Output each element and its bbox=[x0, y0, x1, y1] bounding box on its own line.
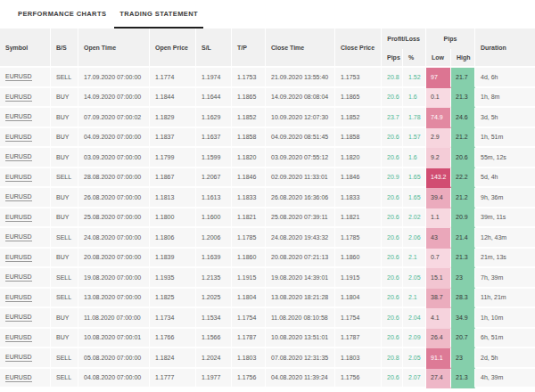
sl-cell: 1.2024 bbox=[196, 348, 232, 369]
close-price-cell: 1.1846 bbox=[335, 168, 382, 189]
sl-cell: 1.2006 bbox=[196, 228, 232, 249]
open-time-cell: 13.08.2020 07:00:00 bbox=[78, 289, 150, 309]
col-header-close-price: Close Price bbox=[335, 29, 382, 68]
open-time-cell: 25.08.2020 07:00:00 bbox=[78, 208, 150, 229]
tp-cell: 1.1860 bbox=[232, 249, 266, 269]
sl-cell: 1.1534 bbox=[196, 308, 232, 329]
duration-cell: 11h, 21m bbox=[475, 289, 535, 309]
pips-low-cell: 143.2 bbox=[426, 168, 451, 189]
table-row: EURUSDBUY25.08.2020 07:00:001.18001.1600… bbox=[0, 208, 535, 229]
close-time-cell: 20.08.2020 07:21:13 bbox=[266, 249, 335, 269]
table-row: EURUSDSELL13.08.2020 07:00:001.18251.202… bbox=[0, 289, 535, 309]
table-row: EURUSDSELL05.08.2020 07:00:001.18241.202… bbox=[0, 348, 535, 369]
close-time-cell: 14.09.2020 08:08:04 bbox=[266, 88, 335, 109]
pips-high-cell: 28.3 bbox=[451, 289, 475, 309]
symbol-link[interactable]: EURUSD bbox=[5, 112, 32, 121]
sl-cell: 1.1613 bbox=[196, 188, 232, 208]
open-time-cell: 20.08.2020 07:00:00 bbox=[78, 249, 150, 269]
pips-high-cell: 20.6 bbox=[451, 148, 475, 168]
pl-pct-cell: 2.1 bbox=[403, 289, 426, 309]
open-price-cell: 1.1824 bbox=[150, 348, 196, 369]
open-price-cell: 1.1837 bbox=[150, 128, 196, 149]
symbol-link[interactable]: EURUSD bbox=[5, 133, 32, 142]
symbol-link[interactable]: EURUSD bbox=[5, 253, 32, 262]
open-time-cell: 07.09.2020 07:00:02 bbox=[78, 108, 150, 128]
symbol-cell: EURUSD bbox=[0, 268, 51, 289]
pips-high-cell: 21.7 bbox=[451, 68, 475, 88]
pips-high-cell: 23 bbox=[451, 268, 475, 289]
col-header-symbol: Symbol bbox=[0, 29, 51, 68]
bs-cell: BUY bbox=[51, 208, 78, 229]
symbol-cell: EURUSD bbox=[0, 148, 51, 168]
pl-pct-cell: 2.1 bbox=[403, 249, 426, 269]
pips-high-cell: 23 bbox=[451, 348, 475, 369]
bs-cell: SELL bbox=[51, 168, 78, 189]
pips-low-cell: 97 bbox=[426, 68, 451, 88]
symbol-link[interactable]: EURUSD bbox=[5, 293, 32, 302]
bs-cell: BUY bbox=[51, 128, 78, 149]
symbol-link[interactable]: EURUSD bbox=[5, 373, 32, 382]
pl-pct-cell: 2.07 bbox=[403, 369, 426, 389]
pips-low-cell: 0.1 bbox=[426, 88, 451, 109]
close-price-cell: 1.1915 bbox=[335, 268, 382, 289]
symbol-cell: EURUSD bbox=[0, 208, 51, 229]
symbol-link[interactable]: EURUSD bbox=[5, 333, 32, 342]
table-row: EURUSDBUY04.09.2020 07:00:001.18371.1637… bbox=[0, 128, 535, 149]
pips-high-cell: 24.6 bbox=[451, 108, 475, 128]
col-header-pl-pct: % bbox=[403, 49, 426, 68]
close-time-cell: 11.08.2020 08:10:58 bbox=[266, 308, 335, 329]
pl-pips-cell: 20.8 bbox=[382, 348, 403, 369]
open-price-cell: 1.1844 bbox=[150, 88, 196, 109]
symbol-link[interactable]: EURUSD bbox=[5, 192, 32, 201]
symbol-link[interactable]: EURUSD bbox=[5, 353, 32, 362]
tp-cell: 1.1803 bbox=[232, 348, 266, 369]
open-time-cell: 03.09.2020 07:00:00 bbox=[78, 148, 150, 168]
tp-cell: 1.1785 bbox=[232, 228, 266, 249]
symbol-link[interactable]: EURUSD bbox=[5, 72, 32, 81]
close-time-cell: 03.09.2020 07:55:12 bbox=[266, 148, 335, 168]
col-header-open-time: Open Time bbox=[78, 29, 150, 68]
open-price-cell: 1.1935 bbox=[150, 268, 196, 289]
open-price-cell: 1.1867 bbox=[150, 168, 196, 189]
close-time-cell: 10.09.2020 12:07:30 bbox=[266, 108, 335, 128]
duration-cell: 4d, 6h bbox=[475, 68, 535, 88]
symbol-link[interactable]: EURUSD bbox=[5, 173, 32, 182]
tp-cell: 1.1787 bbox=[232, 329, 266, 349]
open-time-cell: 26.08.2020 07:00:00 bbox=[78, 188, 150, 208]
pips-high-cell: 22.2 bbox=[451, 168, 475, 189]
open-price-cell: 1.1839 bbox=[150, 249, 196, 269]
trades-tbody: EURUSDSELL17.09.2020 07:00:001.17741.197… bbox=[0, 68, 535, 388]
pl-pips-cell: 20.6 bbox=[382, 329, 403, 349]
tp-cell: 1.1858 bbox=[232, 128, 266, 149]
tp-cell: 1.1846 bbox=[232, 168, 266, 189]
symbol-link[interactable]: EURUSD bbox=[5, 213, 32, 222]
close-time-cell: 21.09.2020 13:55:40 bbox=[266, 68, 335, 88]
symbol-link[interactable]: EURUSD bbox=[5, 273, 32, 282]
open-price-cell: 1.1806 bbox=[150, 228, 196, 249]
close-price-cell: 1.1804 bbox=[335, 289, 382, 309]
symbol-link[interactable]: EURUSD bbox=[5, 313, 32, 322]
bs-cell: SELL bbox=[51, 348, 78, 369]
symbol-link[interactable]: EURUSD bbox=[5, 233, 32, 241]
duration-cell: 1h, 8m bbox=[475, 88, 535, 109]
pips-high-cell: 21.2 bbox=[451, 128, 475, 149]
pl-pips-cell: 20.9 bbox=[382, 168, 403, 189]
table-row: EURUSDBUY03.09.2020 07:00:001.17991.1599… bbox=[0, 148, 535, 168]
col-header-close-time: Close Time bbox=[266, 29, 335, 68]
pl-pips-cell: 20.6 bbox=[382, 228, 403, 249]
tab-trading-statement[interactable]: TRADING STATEMENT bbox=[114, 0, 203, 29]
pips-low-cell: 26.4 bbox=[426, 329, 451, 349]
symbol-link[interactable]: EURUSD bbox=[5, 93, 32, 102]
bs-cell: SELL bbox=[51, 369, 78, 389]
table-row: EURUSDBUY07.09.2020 07:00:021.18291.1629… bbox=[0, 108, 535, 128]
symbol-link[interactable]: EURUSD bbox=[5, 152, 32, 161]
pips-high-cell: 21.3 bbox=[451, 88, 475, 109]
close-price-cell: 1.1785 bbox=[335, 228, 382, 249]
pips-high-cell: 21.4 bbox=[451, 228, 475, 249]
tab-performance-charts[interactable]: PERFORMANCE CHARTS bbox=[12, 0, 111, 29]
close-price-cell: 1.1754 bbox=[335, 308, 382, 329]
bs-cell: BUY bbox=[51, 148, 78, 168]
col-header-bs: B/S bbox=[51, 29, 78, 68]
symbol-cell: EURUSD bbox=[0, 249, 51, 269]
close-price-cell: 1.1753 bbox=[335, 68, 382, 88]
